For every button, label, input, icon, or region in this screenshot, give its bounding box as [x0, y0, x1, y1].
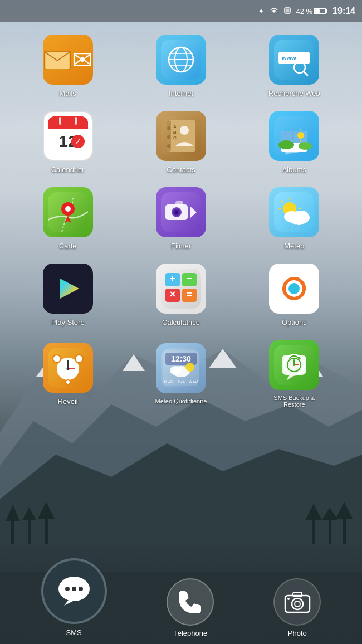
app-playstore[interactable]: Play Store	[11, 257, 124, 333]
carte-label: Carte	[59, 242, 77, 250]
svg-text:✓: ✓	[75, 137, 81, 146]
carte-icon	[43, 187, 93, 237]
svg-rect-40	[75, 117, 77, 125]
svg-point-137	[295, 601, 300, 607]
internet-label: Internet	[169, 89, 193, 97]
svg-text:C: C	[173, 135, 177, 140]
app-calendrier[interactable]: 12 ✓ Calendrier	[11, 104, 124, 180]
status-time: 19:14	[332, 6, 355, 16]
svg-point-118	[185, 363, 194, 372]
app-mails[interactable]: Mails	[11, 28, 124, 104]
svg-rect-39	[59, 117, 61, 125]
svg-rect-38	[48, 123, 88, 129]
app-meteo-quot[interactable]: 12:30 MON TUE WED Météo Quotidienne	[124, 333, 237, 414]
app-calculatrice[interactable]: + − × = Calculatrice	[124, 257, 237, 333]
svg-point-134	[79, 587, 83, 591]
svg-text:A: A	[173, 124, 177, 129]
dock-photo[interactable]: Photo	[273, 578, 321, 637]
svg-point-49	[167, 144, 170, 148]
telephone-dock-icon	[167, 578, 214, 626]
svg-point-133	[72, 587, 76, 591]
albums-label: Albums	[282, 165, 306, 174]
smsbackup-label: SMS Backup & Restore	[263, 394, 325, 408]
app-contacts[interactable]: A B C Contacts	[124, 104, 237, 180]
calculatrice-icon: + − × =	[156, 264, 206, 314]
svg-point-136	[292, 598, 303, 609]
sms-label: SMS	[66, 628, 82, 637]
photo-dock-icon	[273, 578, 321, 626]
filmer-icon	[156, 187, 206, 237]
svg-point-110	[66, 380, 70, 384]
app-reveil[interactable]: Réveil	[11, 333, 124, 414]
photo-label: Photo	[288, 629, 307, 637]
meteo-label: Météo	[284, 242, 304, 250]
meteo-quot-icon: 12:30 MON TUE WED	[156, 343, 206, 393]
options-icon	[269, 264, 319, 314]
battery-icon: 42 %	[296, 7, 326, 16]
internet-icon	[156, 35, 206, 85]
svg-text:+: +	[170, 273, 176, 284]
app-albums[interactable]: Albums	[238, 104, 351, 180]
app-grid: Mails Internet	[0, 22, 362, 572]
svg-point-105	[53, 355, 61, 363]
recherche-icon: www	[269, 35, 319, 85]
sms-dock-icon	[41, 558, 107, 624]
sim-icon	[283, 7, 291, 16]
svg-point-109	[66, 367, 69, 370]
svg-point-100	[288, 283, 300, 294]
svg-text:MON: MON	[164, 379, 173, 383]
dock-telephone[interactable]: Téléphone	[167, 578, 214, 637]
app-options[interactable]: Options	[238, 257, 351, 333]
status-bar: ✦ 42 % 19:14	[0, 0, 362, 22]
options-label: Options	[282, 318, 307, 326]
reveil-label: Réveil	[58, 397, 78, 406]
contacts-icon: A B C	[156, 111, 206, 161]
svg-point-132	[65, 587, 70, 591]
bottom-dock: SMS Téléphone Photo	[0, 572, 362, 644]
playstore-label: Play Store	[51, 318, 85, 326]
playstore-icon	[43, 264, 93, 314]
svg-point-58	[297, 132, 304, 139]
calculatrice-label: Calculatrice	[162, 318, 200, 326]
battery-percent: 42 %	[296, 7, 312, 16]
calendrier-icon: 12 ✓	[43, 111, 93, 161]
contacts-label: Contacts	[167, 165, 195, 174]
telephone-label: Téléphone	[173, 629, 207, 637]
svg-text:www: www	[281, 55, 296, 61]
app-filmer[interactable]: Filmer	[124, 180, 237, 257]
bluetooth-icon: ✦	[258, 7, 265, 16]
svg-point-106	[75, 355, 83, 363]
app-smsbackup[interactable]: SMS Backup & Restore	[238, 333, 351, 414]
dock-sms[interactable]: SMS	[41, 569, 107, 645]
calendrier-label: Calendrier	[51, 165, 85, 174]
app-recherche[interactable]: www Recherche Web	[238, 28, 351, 104]
app-internet[interactable]: Internet	[124, 28, 237, 104]
svg-point-70	[175, 211, 178, 214]
meteo-quot-label: Météo Quotidienne	[155, 398, 207, 404]
svg-text:WED: WED	[189, 379, 198, 383]
albums-icon	[269, 111, 319, 161]
svg-text:12:30: 12:30	[171, 354, 191, 363]
svg-point-117	[170, 366, 181, 375]
mails-label: Mails	[59, 89, 76, 97]
reveil-icon	[43, 343, 93, 393]
app-carte[interactable]: Carte	[11, 180, 124, 257]
svg-point-48	[167, 135, 170, 139]
app-meteo[interactable]: Météo	[238, 180, 351, 257]
svg-point-47	[167, 126, 170, 130]
svg-text:=: =	[187, 290, 192, 299]
svg-point-129	[293, 364, 295, 366]
svg-point-65	[65, 206, 71, 212]
recherche-label: Recherche Web	[268, 89, 320, 97]
svg-point-83	[295, 211, 309, 221]
svg-point-50	[180, 126, 189, 135]
svg-text:−: −	[187, 273, 193, 284]
svg-rect-21	[286, 9, 289, 12]
svg-rect-72	[175, 201, 183, 206]
filmer-label: Filmer	[171, 242, 191, 250]
mails-icon	[43, 35, 93, 85]
smsbackup-icon	[269, 340, 319, 390]
svg-point-61	[278, 140, 294, 149]
svg-point-62	[299, 142, 312, 150]
svg-text:×: ×	[170, 289, 176, 300]
